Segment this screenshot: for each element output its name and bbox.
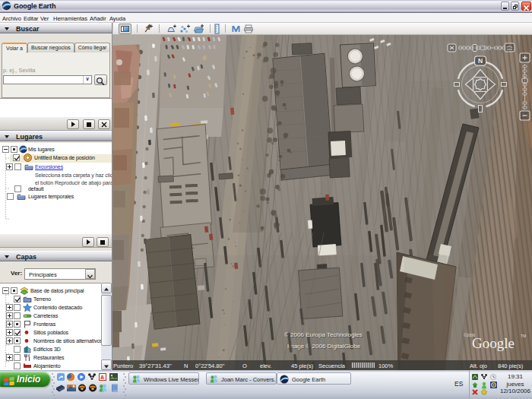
svg-text:Secuencia: Secuencia (318, 363, 346, 369)
svg-text:TM: TM (521, 334, 526, 338)
svg-text:N: N (478, 57, 483, 65)
svg-text:840 pie(s): 840 pie(s) (498, 363, 524, 369)
svg-text:elev.: elev. (260, 363, 271, 369)
svg-text:Alt. ojo: Alt. ojo (470, 363, 487, 369)
svg-text:N: N (184, 363, 188, 369)
svg-text:Puntero: Puntero (113, 363, 133, 369)
svg-text:0°22'54.80": 0°22'54.80" (195, 363, 225, 369)
svg-text:100%: 100% (378, 363, 394, 369)
svg-text:45 pie(s): 45 pie(s) (291, 363, 314, 369)
svg-text:Google: Google (472, 335, 515, 351)
svg-text:39°27'31.43": 39°27'31.43" (139, 363, 172, 369)
svg-text:O: O (242, 363, 247, 369)
svg-text:A: A (100, 375, 104, 380)
